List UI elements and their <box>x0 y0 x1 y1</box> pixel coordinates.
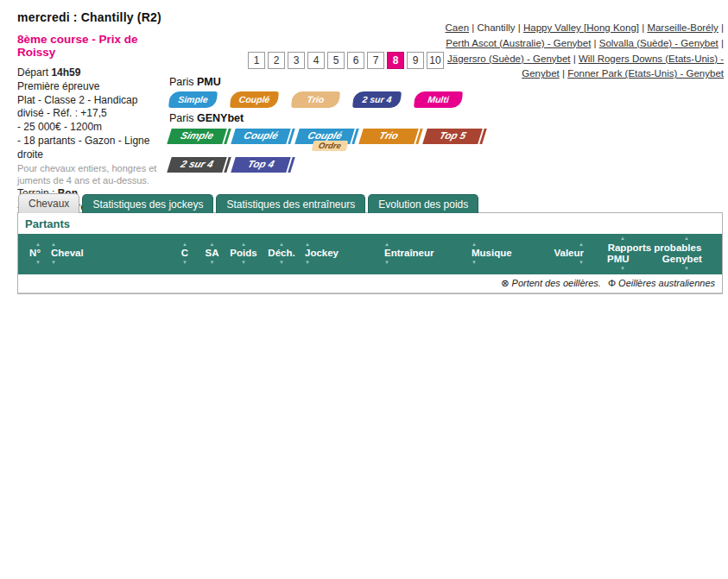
tab-statistiques-des-entra-neurs[interactable]: Statistiques des entraîneurs <box>216 194 365 213</box>
tab-statistiques-des-jockeys[interactable]: Statistiques des jockeys <box>82 194 213 213</box>
column-header-label: Entraîneur <box>384 248 465 260</box>
partants-title: Partants <box>18 213 722 234</box>
race-number-button-1[interactable]: 1 <box>248 52 265 69</box>
bet-type-badge[interactable]: Trio <box>291 91 340 108</box>
sort-down-icon[interactable]: ▼ <box>265 260 298 267</box>
race-detail-line: divisé - Réf. : +17,5 <box>17 107 176 121</box>
bet-badge-wrap: CoupléOrdre <box>297 127 352 144</box>
race-number-button-4[interactable]: 4 <box>307 52 325 69</box>
column-header-rapports-group[interactable]: ▲▲Rapports probablesPMUGenybet▼▼ <box>587 234 722 274</box>
bet-type-badge[interactable]: Couplé <box>230 91 279 108</box>
race-number-button-8[interactable]: 8 <box>387 52 404 69</box>
column-header[interactable]: ▲N°▼ <box>18 234 44 274</box>
race-number-button-9[interactable]: 9 <box>407 52 424 69</box>
partants-panel: Partants ▲N°▼▲Cheval▼▲C▼▲SA▼▲Poids▼▲Déch… <box>17 212 723 294</box>
race-detail-line: Plat - Classe 2 - Handicap <box>17 94 176 108</box>
sort-down-icon[interactable]: ▼ <box>51 260 170 267</box>
legend-row: ⊗Portent des oeillères.ΦOeillères austra… <box>18 274 722 293</box>
sort-down-icon[interactable]: ▼ <box>177 260 193 267</box>
race-detail-lines: Première épreuvePlat - Classe 2 - Handic… <box>17 80 176 162</box>
blinkers-legend: ⊗Portent des oeillères.ΦOeillères austra… <box>18 274 722 293</box>
race-nav-link[interactable]: Solvalla (Suède) - Genybet <box>599 38 719 48</box>
bet-type-badge[interactable]: Top 5 <box>422 129 483 144</box>
bet-badge-wrap: Top 5 <box>425 127 480 144</box>
bet-type-badge[interactable]: Top 4 <box>231 157 291 173</box>
race-number-button-6[interactable]: 6 <box>347 52 364 69</box>
column-header[interactable]: ▲Poids▼ <box>225 234 262 274</box>
sort-down-icon[interactable]: ▼ <box>472 260 539 267</box>
race-nav-link[interactable]: Jägersro (Suède) - Genybet <box>447 53 571 64</box>
column-header[interactable]: ▲C▼ <box>174 234 196 274</box>
race-nav-links: Caen | Chantilly | Happy Valley [Hong Ko… <box>437 21 724 82</box>
sort-down-icon[interactable]: ▼ <box>546 260 584 267</box>
bet-type-badge[interactable]: Simple <box>167 129 227 144</box>
tab-chevaux[interactable]: Chevaux <box>18 193 79 213</box>
race-nav-link[interactable]: Marseille-Borély <box>647 22 718 33</box>
column-header[interactable]: ▲Entraîneur▼ <box>381 234 468 274</box>
column-header[interactable]: ▲Jockey▼ <box>301 234 381 274</box>
race-detail-line: droite <box>17 148 176 162</box>
sort-up-icon[interactable]: ▲ <box>546 242 584 249</box>
column-header[interactable]: ▲Déch.▼ <box>262 234 301 274</box>
bet-type-badge[interactable]: Couplé <box>231 129 291 144</box>
sort-down-icon[interactable]: ▼ <box>384 260 465 267</box>
depart-label: Départ <box>17 66 48 79</box>
bet-type-badge[interactable]: 2 sur 4 <box>352 91 402 108</box>
sort-up-icon[interactable]: ▲ <box>229 242 258 249</box>
bet-badge-wrap: Simple <box>169 127 225 144</box>
race-nav-link[interactable]: Caen <box>446 22 470 33</box>
column-header[interactable]: ▲SA▼ <box>196 234 225 274</box>
sort-up-icon[interactable]: ▲ <box>305 242 377 249</box>
pmu-bets-label: Paris PMU <box>169 76 480 88</box>
sort-up-icon[interactable]: ▲ <box>22 242 41 249</box>
column-header-label: C <box>177 248 193 260</box>
race-nav-link[interactable]: Perth Ascot (Australie) - Genybet <box>446 38 591 48</box>
bet-badge-sub-label: Ordre <box>312 141 348 151</box>
column-header[interactable]: ▲Musique▼ <box>468 234 542 274</box>
sort-up-icon[interactable]: ▲ <box>265 242 298 249</box>
rapports-group-title: Rapports probables <box>591 242 719 255</box>
race-number-button-3[interactable]: 3 <box>288 52 305 69</box>
sort-up-icon[interactable]: ▲ <box>202 242 222 249</box>
column-header-label: Musique <box>472 248 539 260</box>
bet-types-panel: Paris PMU SimpleCoupléTrio2 sur 4Multi P… <box>169 76 480 177</box>
bet-badge-wrap: 2 sur 4 <box>353 91 406 108</box>
race-detail-line: - 25 000€ - 1200m <box>17 121 176 135</box>
sort-up-icon[interactable]: ▲ <box>384 242 465 249</box>
race-nav-link[interactable]: Happy Valley [Hong Kong] <box>523 22 639 33</box>
race-number-button-7[interactable]: 7 <box>367 52 384 69</box>
rapports-sub-header[interactable]: Genybet <box>662 254 702 266</box>
sort-down-icon[interactable]: ▼ <box>229 260 258 267</box>
partants-table: ▲N°▼▲Cheval▼▲C▼▲SA▼▲Poids▼▲Déch.▼▲Jockey… <box>18 234 722 293</box>
race-nav-current: Chantilly <box>477 22 515 33</box>
column-header[interactable]: ▲Valeur▼ <box>542 234 587 274</box>
sort-up-icon[interactable]: ▲ <box>620 236 625 242</box>
sort-up-icon[interactable]: ▲ <box>472 242 539 249</box>
bet-type-badge[interactable]: Trio <box>358 129 419 144</box>
sort-up-icon[interactable]: ▲ <box>177 242 193 249</box>
bet-type-badge[interactable]: Simple <box>168 91 218 108</box>
sort-up-icon[interactable]: ▲ <box>51 242 170 249</box>
race-number-button-2[interactable]: 2 <box>268 52 285 69</box>
sort-down-icon[interactable]: ▼ <box>620 266 625 273</box>
sort-down-icon[interactable]: ▼ <box>684 266 689 273</box>
sort-down-icon[interactable]: ▼ <box>22 260 41 267</box>
bet-type-badge[interactable]: Multi <box>414 91 463 108</box>
sort-down-icon[interactable]: ▼ <box>202 260 222 267</box>
rapports-sub-header[interactable]: PMU <box>607 254 630 266</box>
sort-down-icon[interactable]: ▼ <box>305 260 377 267</box>
partants-header-row: ▲N°▼▲Cheval▼▲C▼▲SA▼▲Poids▼▲Déch.▼▲Jockey… <box>18 234 722 274</box>
tab-evolution-des-poids[interactable]: Evolution des poids <box>368 194 478 213</box>
race-detail-line: - 18 partants - Gazon - Ligne <box>17 135 176 148</box>
bet-type-badge[interactable]: 2 sur 4 <box>167 157 227 173</box>
tab-bar: ChevauxStatistiques des jockeysStatistiq… <box>18 193 728 213</box>
race-number-button-5[interactable]: 5 <box>327 52 345 69</box>
legend-full-text: Portent des oeillères. <box>512 278 601 288</box>
blinkers-icon: ⊗ <box>501 278 510 288</box>
column-header[interactable]: ▲Cheval▼ <box>44 234 174 274</box>
column-header-label: Déch. <box>265 248 298 260</box>
column-header-label: N° <box>22 248 41 260</box>
race-nav-link[interactable]: Fonner Park (Etats-Unis) - Genybet <box>567 68 724 79</box>
column-header-label: Cheval <box>51 248 170 260</box>
sort-up-icon[interactable]: ▲ <box>684 236 689 242</box>
